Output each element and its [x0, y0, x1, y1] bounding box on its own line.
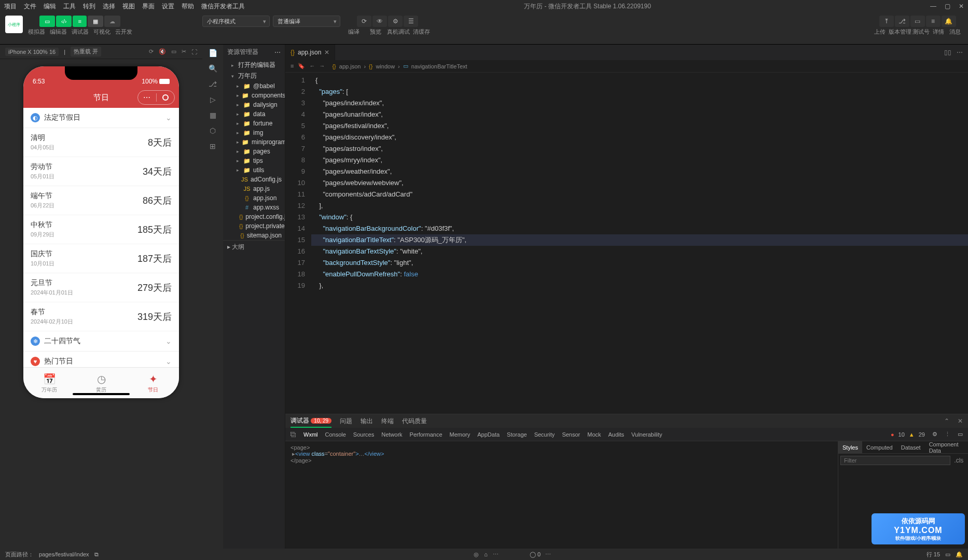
filter-input[interactable]: [840, 456, 950, 465]
back-icon[interactable]: ←: [309, 63, 315, 69]
holiday-item[interactable]: 清明04月05日8天后: [23, 128, 179, 157]
cloud-toggle[interactable]: ☁: [104, 16, 120, 27]
devtool-tab[interactable]: Mock: [587, 431, 601, 438]
more-icon[interactable]: ⋯: [957, 49, 963, 56]
devtool-tab[interactable]: Audits: [609, 431, 625, 438]
menu-icon[interactable]: ⋯: [493, 551, 499, 558]
version-button[interactable]: ⎇: [895, 16, 909, 27]
collapse-icon[interactable]: ⌃: [944, 417, 949, 425]
scene-icon[interactable]: ◎: [474, 551, 479, 558]
tab-calendar[interactable]: 📅万年历: [23, 368, 75, 398]
dbg-tab-debugger[interactable]: 调试器 10, 29: [291, 414, 331, 428]
holiday-item[interactable]: 端午节06月22日86天后: [23, 186, 179, 215]
settings-icon[interactable]: ⚙: [932, 431, 937, 438]
devtool-tab[interactable]: Console: [325, 431, 346, 438]
tree-item[interactable]: ▸📁utils: [223, 165, 285, 175]
refresh-icon[interactable]: ⟳: [149, 48, 154, 55]
section-solar-terms[interactable]: ❄ 二十四节气 ⌄: [23, 331, 179, 352]
split-icon[interactable]: ▯▯: [944, 49, 951, 56]
home-icon[interactable]: ⌂: [484, 551, 488, 557]
device-select[interactable]: iPhone X 100% 16: [5, 48, 59, 56]
tree-item[interactable]: ▸📁pages: [223, 147, 285, 156]
files-icon[interactable]: 📄: [209, 49, 217, 57]
npm-icon[interactable]: ⬡: [210, 127, 216, 135]
devtool-tab[interactable]: Vulnerability: [631, 431, 662, 438]
dbg-tab-terminal[interactable]: 终端: [381, 414, 394, 428]
holiday-item[interactable]: 劳动节05月01日34天后: [23, 157, 179, 186]
menu-item[interactable]: 选择: [103, 2, 115, 11]
inspect-icon[interactable]: ⿻: [291, 431, 296, 438]
style-tab[interactable]: Component Data: [925, 441, 968, 454]
tree-item[interactable]: {}app.json: [223, 193, 285, 203]
dbg-tab-output[interactable]: 输出: [361, 414, 373, 428]
tree-item[interactable]: {}project.config.json: [223, 212, 285, 221]
tree-item[interactable]: {}sitemap.json: [223, 231, 285, 240]
tree-item[interactable]: ▸📁dailysign: [223, 100, 285, 109]
devtool-tab[interactable]: Sources: [353, 431, 374, 438]
rotate-icon[interactable]: ▭: [171, 48, 176, 55]
more-icon[interactable]: ⋯: [274, 49, 281, 56]
tree-item[interactable]: ▸📁miniprogram_npm: [223, 137, 285, 147]
debugger-toggle[interactable]: ≡: [73, 16, 86, 27]
holiday-item[interactable]: 春节2024年02月10日319天后: [23, 302, 179, 331]
menu-item[interactable]: 编辑: [44, 2, 56, 11]
simulator-toggle[interactable]: ▭: [39, 16, 55, 27]
tree-item[interactable]: {}project.private.config.js...: [223, 221, 285, 231]
close-icon[interactable]: ✕: [958, 417, 963, 425]
tab-festival[interactable]: ✦节日: [127, 368, 179, 398]
menu-item[interactable]: 文件: [24, 2, 36, 11]
search-icon[interactable]: 🔍: [209, 64, 217, 73]
tree-item[interactable]: ▸📁fortune: [223, 119, 285, 128]
mode-select[interactable]: 小程序模式: [202, 16, 270, 27]
test-button[interactable]: ▭: [910, 16, 925, 27]
cursor-position[interactable]: 行 15: [926, 551, 940, 558]
preview-button[interactable]: 👁: [372, 16, 387, 27]
code-editor[interactable]: 12345678910111213141516171819 { "pages":…: [285, 73, 968, 414]
menu-item[interactable]: 微信开发者工具: [201, 2, 245, 11]
menu-item[interactable]: 帮助: [182, 2, 194, 11]
dbg-tab-problems[interactable]: 问题: [340, 414, 352, 428]
layout-icon[interactable]: ▭: [945, 551, 950, 558]
tree-item[interactable]: ▸📁data: [223, 109, 285, 119]
git-icon[interactable]: ⎇: [209, 80, 217, 88]
devtool-tab[interactable]: Security: [534, 431, 555, 438]
tab-app-json[interactable]: {}app.json✕: [285, 45, 335, 60]
maximize-icon[interactable]: ▢: [945, 3, 950, 10]
tree-item[interactable]: ▸📁tips: [223, 156, 285, 165]
section-legal-holidays[interactable]: ◐ 法定节假日 ⌄: [23, 108, 179, 128]
page-path[interactable]: pages/festival/index: [39, 551, 89, 557]
devtool-tab[interactable]: Performance: [410, 431, 442, 438]
message-button[interactable]: 🔔: [942, 16, 956, 27]
style-tab[interactable]: Styles: [838, 441, 862, 454]
mute-icon[interactable]: 🔇: [159, 48, 166, 55]
menu-item[interactable]: 项目: [4, 2, 17, 11]
list-icon[interactable]: ≡: [291, 63, 294, 69]
clear-cache-button[interactable]: ☰: [404, 16, 418, 27]
devtool-tab[interactable]: Memory: [450, 431, 471, 438]
notif-icon[interactable]: 🔔: [956, 551, 963, 558]
cut-icon[interactable]: ✂: [182, 48, 186, 55]
devtool-tab[interactable]: Storage: [507, 431, 527, 438]
menu-item[interactable]: 工具: [63, 2, 76, 11]
ext-icon[interactable]: ▦: [210, 111, 216, 119]
menu-item[interactable]: 转到: [83, 2, 95, 11]
close-icon[interactable]: ✕: [959, 3, 964, 10]
plugin-icon[interactable]: ⊞: [210, 142, 216, 150]
dock-icon[interactable]: ▭: [958, 431, 963, 438]
forward-icon[interactable]: →: [319, 63, 325, 69]
opened-editors[interactable]: ▸打开的编辑器: [223, 60, 285, 71]
remote-debug-button[interactable]: ⚙: [388, 16, 403, 27]
holiday-item[interactable]: 元旦节2024年01月01日279天后: [23, 273, 179, 302]
compile-select[interactable]: 普通编译: [273, 16, 340, 27]
project-logo[interactable]: 小程序: [5, 16, 23, 33]
tree-item[interactable]: JSapp.js: [223, 184, 285, 193]
editor-toggle[interactable]: ‹/›: [56, 16, 72, 27]
style-tab[interactable]: Dataset: [897, 441, 925, 454]
style-tab[interactable]: Computed: [862, 441, 897, 454]
tree-item[interactable]: ▸📁components: [223, 91, 285, 100]
devtool-tab[interactable]: AppData: [477, 431, 500, 438]
copy-icon[interactable]: ⧉: [94, 551, 99, 558]
section-hot-festivals[interactable]: ♥ 热门节日 ⌄: [23, 352, 179, 367]
expand-icon[interactable]: ⛶: [191, 49, 197, 55]
close-tab-icon[interactable]: ✕: [324, 49, 329, 56]
